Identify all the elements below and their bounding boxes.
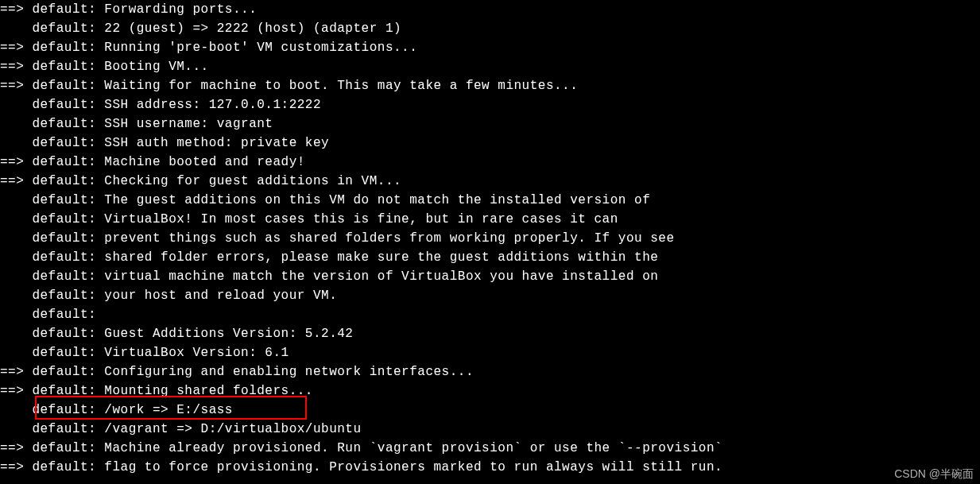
terminal-line: default: [0, 305, 980, 324]
terminal-line: default: SSH auth method: private key [0, 134, 980, 153]
terminal-line: default: your host and reload your VM. [0, 286, 980, 305]
terminal-line: default: SSH username: vagrant [0, 114, 980, 134]
terminal-line: ==> default: Mounting shared folders... [0, 381, 980, 401]
terminal-line: ==> default: Checking for guest addition… [0, 172, 980, 191]
terminal-line: default: Guest Additions Version: 5.2.42 [0, 324, 980, 343]
terminal-line: default: SSH address: 127.0.0.1:2222 [0, 95, 980, 114]
terminal-line: default: /work => E:/sass [0, 401, 980, 420]
terminal-line: ==> default: Forwarding ports... [0, 0, 980, 19]
terminal-line: default: VirtualBox Version: 6.1 [0, 343, 980, 362]
terminal-line: default: VirtualBox! In most cases this … [0, 210, 980, 229]
terminal-line: default: 22 (guest) => 2222 (host) (adap… [0, 19, 980, 38]
terminal-line: ==> default: Waiting for machine to boot… [0, 76, 980, 95]
terminal-line: default: prevent things such as shared f… [0, 229, 980, 248]
terminal-line: ==> default: Booting VM... [0, 57, 980, 76]
terminal-line: default: /vagrant => D:/virtualbox/ubunt… [0, 420, 980, 439]
terminal-output: ==> default: Forwarding ports... default… [0, 0, 980, 477]
terminal-line: ==> default: Running 'pre-boot' VM custo… [0, 38, 980, 57]
terminal-line: default: shared folder errors, please ma… [0, 248, 980, 267]
terminal-line: ==> default: flag to force provisioning.… [0, 458, 980, 477]
terminal-line: default: The guest additions on this VM … [0, 191, 980, 210]
terminal-line: ==> default: Machine already provisioned… [0, 439, 980, 458]
terminal-line: ==> default: Machine booted and ready! [0, 153, 980, 172]
terminal-line: default: virtual machine match the versi… [0, 267, 980, 286]
watermark-text: CSDN @半碗面 [894, 466, 974, 482]
terminal-line: ==> default: Configuring and enabling ne… [0, 362, 980, 381]
